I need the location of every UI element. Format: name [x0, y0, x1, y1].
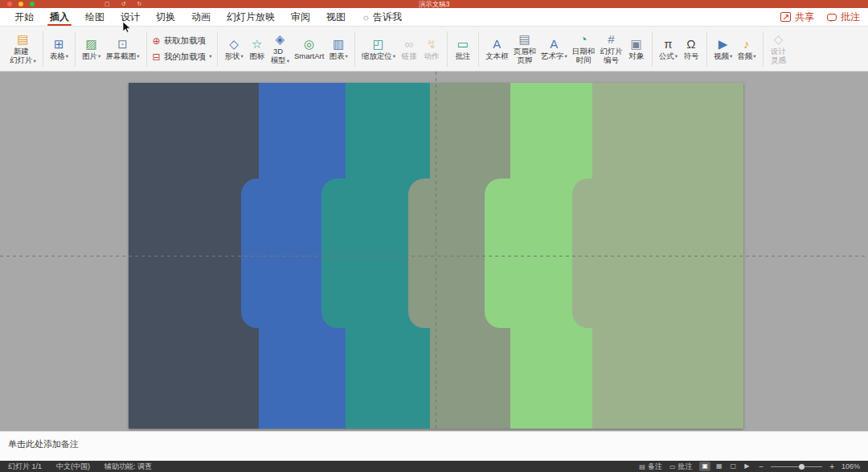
header-footer-button[interactable]: ▤页眉和 页脚 [510, 31, 538, 67]
chevron-down-icon: ▾ [753, 53, 755, 60]
button-label-text: 表格 [50, 52, 65, 61]
text-box-button[interactable]: A文本框 [483, 35, 511, 63]
zoom-links-button[interactable]: ◰缩放定位▾ [359, 35, 398, 63]
slide-counter[interactable]: 幻灯片 1/1 [8, 462, 42, 472]
menu-tab-animations[interactable]: 动画 [183, 8, 219, 26]
menu-tab-draw[interactable]: 绘图 [77, 8, 113, 26]
button-label-text: 动作 [424, 52, 439, 61]
ribbon-group-separator [706, 31, 707, 67]
zoom-in-button[interactable]: + [829, 462, 834, 471]
button-label: 对象 [628, 52, 644, 61]
get-add-ins-button[interactable]: ⊕获取加载项 [153, 35, 207, 47]
menu-tab-slideshow[interactable]: 幻灯片放映 [219, 8, 283, 26]
object-button[interactable]: ▣对象 [625, 35, 648, 63]
menu-tab-label: 幻灯片放映 [227, 10, 275, 24]
icons-button[interactable]: ☆图标 [246, 35, 268, 63]
button-label: 幻灯片 编号 [600, 47, 623, 65]
menu-tab-review[interactable]: 审阅 [283, 8, 318, 26]
wordart-button[interactable]: A艺术字▾ [538, 35, 570, 63]
menu-tab-view[interactable]: 视图 [318, 8, 354, 26]
my-add-ins-button[interactable]: ⊟我的加载项▾ [153, 51, 212, 63]
powerpoint-window: ▢ ↺ ↻ 演示文稿3 开始插入绘图设计切换动画幻灯片放映审阅视图☼告诉我 ↗ … [0, 0, 868, 472]
horizontal-guide[interactable] [0, 256, 868, 257]
button-label: 动作 [424, 52, 439, 61]
smartart-button[interactable]: ◎SmartArt [292, 35, 326, 63]
action-button: ↯动作 [420, 35, 443, 63]
menu-tab-home[interactable]: 开始 [6, 8, 42, 26]
button-label-text: 页眉和 页脚 [513, 47, 536, 65]
equation-icon: π [664, 37, 672, 51]
button-label: SmartArt [294, 52, 324, 61]
button-label: 链接 [401, 52, 416, 61]
button-label-text: 对象 [628, 52, 644, 61]
slide-number-button[interactable]: #幻灯片 编号 [597, 31, 625, 67]
normal-view-button[interactable]: ▣ [699, 462, 710, 471]
chevron-down-icon: ▾ [345, 53, 347, 60]
status-views: ▣▦▢▶ [699, 462, 751, 471]
ribbon-group: ⊞表格▾ [45, 35, 73, 63]
button-label: 音频▾ [737, 52, 755, 61]
button-label: 文本框 [485, 52, 509, 61]
screenshot-button[interactable]: ⊡屏幕截图▾ [103, 35, 141, 63]
menu-tab-transitions[interactable]: 切换 [148, 8, 183, 26]
zoom-slider[interactable] [771, 466, 822, 467]
zoom-level[interactable]: 106% [841, 462, 860, 470]
button-label-text: 视频 [714, 52, 729, 61]
comments-panel-button[interactable]: 批注 [827, 10, 860, 24]
audio-button[interactable]: ♪音频▾ [735, 35, 758, 63]
slide-canvas[interactable] [0, 72, 868, 431]
action-icon: ↯ [427, 37, 437, 51]
pictures-button[interactable]: ▨图片▾ [80, 35, 103, 63]
zoom-out-button[interactable]: − [759, 462, 764, 471]
chart-button[interactable]: ▥图表▾ [326, 35, 350, 63]
new-slide-button[interactable]: ▤新建 幻灯片▾ [7, 31, 39, 67]
date-time-button[interactable]: ◔日期和 时间 [570, 31, 598, 67]
3d-models-button[interactable]: ◈3D 模型▾ [268, 31, 292, 67]
button-label: 新建 幻灯片▾ [10, 47, 36, 65]
menu-tab-label: 审阅 [291, 10, 310, 24]
zoom-slider-knob[interactable] [799, 464, 805, 470]
share-button[interactable]: ↗ 共享 [780, 10, 814, 24]
ribbon-group: A文本框▤页眉和 页脚A艺术字▾◔日期和 时间#幻灯片 编号▣对象 [481, 31, 650, 67]
button-label: 缩放定位▾ [362, 52, 395, 61]
menu-tab-tell-me[interactable]: ☼告诉我 [354, 8, 410, 26]
menu-tab-label: 切换 [156, 10, 175, 24]
shapes-icon: ◇ [229, 37, 239, 51]
slide-number-icon: # [608, 32, 614, 46]
table-button[interactable]: ⊞表格▾ [47, 35, 71, 63]
shapes-button[interactable]: ◇形状▾ [222, 35, 245, 63]
design-ideas-button: ◇设计 灵感 [768, 31, 790, 67]
comments-toggle[interactable]: ▭ 批注 [669, 462, 693, 472]
language-indicator[interactable]: 中文(中国) [56, 462, 90, 472]
vertical-guide[interactable] [436, 72, 436, 431]
slide-sorter-view-button[interactable]: ▦ [714, 462, 725, 471]
equation-button[interactable]: π公式▾ [657, 35, 680, 63]
notes-placeholder: 单击此处添加备注 [8, 439, 79, 449]
menu-tab-insert[interactable]: 插入 [42, 8, 77, 26]
reading-view-button[interactable]: ▢ [728, 462, 739, 471]
chart-icon: ▥ [333, 37, 344, 51]
video-button[interactable]: ▶视频▾ [711, 35, 735, 63]
accessibility-status[interactable]: 辅助功能: 调查 [104, 462, 152, 472]
table-icon: ⊞ [54, 37, 64, 51]
slideshow-view-button[interactable]: ▶ [742, 462, 751, 471]
symbol-button[interactable]: Ω符号 [680, 35, 702, 63]
button-label: 屏幕截图▾ [105, 52, 139, 61]
chevron-down-icon: ▾ [240, 53, 243, 60]
button-label: 设计 灵感 [771, 47, 786, 65]
ribbon-group: ⊕获取加载项⊟我的加载项▾ [149, 35, 216, 63]
notes-toggle[interactable]: ▤ 备注 [639, 462, 662, 472]
button-label: 图表▾ [329, 52, 347, 61]
ribbon-group-separator [146, 31, 147, 67]
text-box-icon: A [493, 37, 501, 51]
ribbon-group: ▤新建 幻灯片▾ [5, 31, 41, 67]
design-ideas-icon: ◇ [774, 32, 784, 46]
slide-shape-sage-tab[interactable] [572, 179, 743, 328]
button-label-text: 形状 [224, 52, 240, 61]
object-icon: ▣ [631, 37, 642, 51]
notes-pane[interactable]: 单击此处添加备注 [0, 431, 868, 461]
chevron-down-icon: ▾ [98, 53, 100, 60]
comment-button[interactable]: ▭批注 [452, 35, 474, 63]
comment-icon: ▭ [457, 37, 469, 51]
menu-tab-label: 开始 [14, 10, 34, 24]
